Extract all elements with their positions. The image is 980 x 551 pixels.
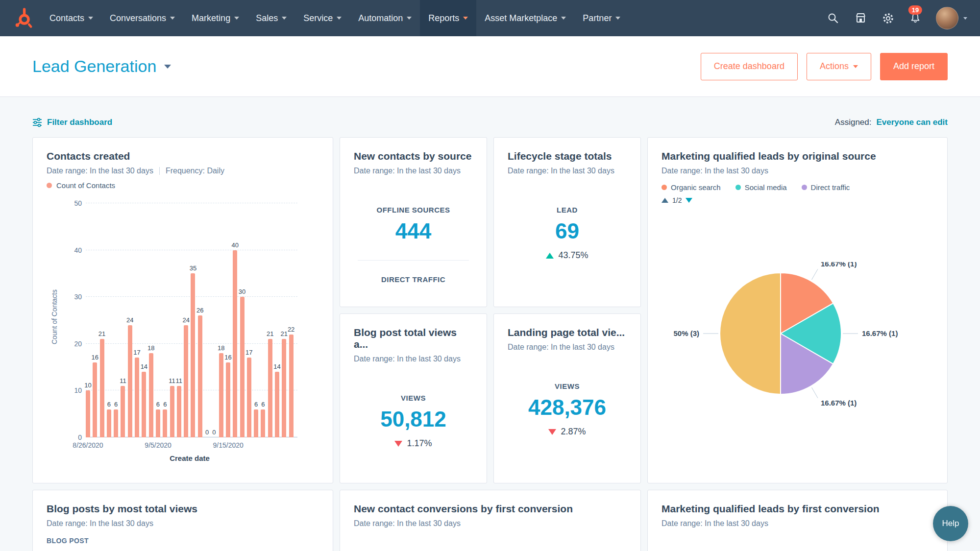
hubspot-logo[interactable] (13, 7, 33, 29)
x-axis-tick: 9/5/2020 (145, 441, 172, 449)
user-avatar[interactable] (936, 7, 958, 29)
nav-item-marketing[interactable]: Marketing (183, 0, 247, 36)
card-title: Marketing qualified leads by original so… (662, 150, 933, 162)
date-range: Date range: In the last 30 days (354, 519, 461, 528)
new-contacts-by-source-card: New contacts by source Date range: In th… (340, 137, 487, 307)
bar[interactable]: 11 (177, 203, 181, 437)
bar[interactable]: 0 (205, 203, 209, 437)
nav-item-sales[interactable]: Sales (247, 0, 295, 36)
trend-down-icon (548, 429, 556, 435)
bar-value-label: 21 (267, 330, 273, 337)
notifications-bell-icon[interactable]: 19 (908, 11, 922, 25)
bar-rect (226, 362, 230, 437)
chevron-down-icon (561, 17, 566, 20)
bar[interactable]: 24 (184, 203, 188, 437)
bar[interactable]: 16 (226, 203, 230, 437)
dashboard-title-dropdown[interactable]: Lead Generation (32, 57, 171, 76)
legend-item-direct-traffic[interactable]: Direct traffic (802, 183, 850, 192)
bar[interactable]: 30 (240, 203, 245, 437)
bar-value-label: 10 (84, 382, 91, 389)
nav-item-partner[interactable]: Partner (574, 0, 629, 36)
search-icon[interactable] (826, 11, 840, 25)
delta-value: 1.17% (407, 438, 432, 449)
bar[interactable]: 11 (170, 203, 174, 437)
legend-page-up-icon[interactable] (662, 198, 668, 203)
trend-down-icon (394, 441, 402, 447)
bar-rect (184, 325, 188, 437)
marketplace-icon[interactable] (854, 11, 867, 25)
account-menu[interactable] (936, 7, 967, 29)
bar-value-label: 21 (281, 330, 288, 337)
contact-conversions-card: New contact conversions by first convers… (340, 490, 641, 551)
bar-value-label: 6 (107, 401, 111, 408)
bar[interactable]: 24 (128, 203, 132, 437)
bar[interactable]: 21 (100, 203, 104, 437)
nav-item-reports[interactable]: Reports (420, 0, 476, 36)
bar[interactable]: 6 (163, 203, 167, 437)
metric-value: 50,812 (354, 407, 473, 431)
date-range: Date range: In the last 30 days (508, 167, 614, 175)
bar-rect (233, 250, 237, 437)
bar[interactable]: 6 (261, 203, 265, 437)
bar[interactable]: 18 (219, 203, 223, 437)
bar[interactable]: 10 (86, 203, 90, 437)
actions-button[interactable]: Actions (807, 53, 871, 80)
nav-item-service[interactable]: Service (295, 0, 350, 36)
hubspot-sprocket-icon (13, 7, 33, 29)
y-axis-tick: 50 (62, 199, 82, 207)
assigned-label: Assigned: (835, 118, 872, 127)
bar[interactable]: 11 (121, 203, 125, 437)
bar[interactable]: 17 (135, 203, 139, 437)
nav-item-automation[interactable]: Automation (350, 0, 420, 36)
nav-item-label: Automation (358, 13, 403, 24)
delta-value: 2.87% (561, 427, 586, 437)
date-range: Date range: In the last 30 days (47, 519, 153, 528)
x-axis-title: Create date (86, 454, 294, 462)
bar[interactable]: 22 (289, 203, 294, 437)
bar[interactable]: 21 (282, 203, 286, 437)
bar-value-label: 26 (196, 307, 203, 314)
bar[interactable]: 6 (254, 203, 258, 437)
bar[interactable]: 6 (107, 203, 111, 437)
legend-page-down-icon[interactable] (686, 198, 692, 203)
bar[interactable]: 0 (212, 203, 216, 437)
bar[interactable]: 18 (149, 203, 153, 437)
card-title: Contacts created (47, 150, 319, 162)
pie-slice-label: 16.67% (1) (821, 399, 857, 407)
page-title: Lead Generation (32, 57, 156, 76)
assigned-permission-link[interactable]: Everyone can edit (876, 118, 948, 127)
add-report-button[interactable]: Add report (880, 53, 948, 80)
legend-pagination: 1/2 (662, 196, 933, 204)
bar-value-label: 21 (98, 330, 105, 337)
legend-dot (735, 185, 741, 190)
settings-gear-icon[interactable] (881, 11, 895, 25)
help-button[interactable]: Help (933, 506, 968, 541)
bar[interactable]: 16 (93, 203, 97, 437)
bar[interactable]: 6 (156, 203, 160, 437)
nav-item-conversations[interactable]: Conversations (101, 0, 183, 36)
bar[interactable]: 17 (247, 203, 251, 437)
bar[interactable]: 14 (275, 203, 279, 437)
bar-rect (289, 335, 294, 437)
pie-slice-4[interactable] (720, 273, 781, 394)
nav-item-asset-marketplace[interactable]: Asset Marketplace (476, 0, 574, 36)
pie-legend: Organic searchSocial mediaDirect traffic (662, 183, 933, 192)
create-dashboard-button[interactable]: Create dashboard (701, 53, 798, 80)
bar[interactable]: 14 (142, 203, 146, 437)
legend-item-organic-search[interactable]: Organic search (662, 183, 721, 192)
nav-item-contacts[interactable]: Contacts (41, 0, 101, 36)
bar[interactable]: 21 (268, 203, 272, 437)
card-title: New contact conversions by first convers… (354, 503, 627, 515)
card-title: Landing page total vie... (508, 327, 627, 338)
date-range: Date range: In the last 30 days (662, 167, 768, 175)
bar[interactable]: 35 (191, 203, 195, 437)
filter-dashboard-link[interactable]: Filter dashboard (32, 118, 112, 127)
nav-item-label: Conversations (110, 13, 166, 24)
bar[interactable]: 6 (114, 203, 118, 437)
bar[interactable]: 26 (198, 203, 202, 437)
bar-value-label: 18 (147, 344, 154, 352)
bar[interactable]: 40 (233, 203, 237, 437)
bar-value-label: 24 (182, 316, 189, 324)
date-range: Date range: In the last 30 days (508, 343, 614, 352)
legend-item-social-media[interactable]: Social media (735, 183, 787, 192)
